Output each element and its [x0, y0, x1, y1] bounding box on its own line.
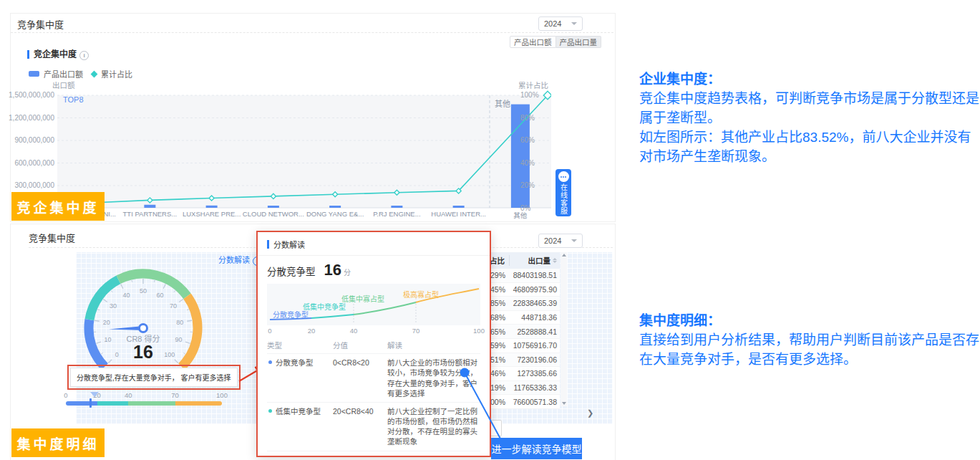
curve-x-tick: 70 — [412, 327, 420, 335]
score-note-annotation: 分散竞争型,存在大量竞争对手， 客户有更多选择 — [67, 365, 241, 390]
year-select-bottom[interactable]: 2024 — [538, 234, 583, 248]
badge-concentration-detail: 集中度明细 — [11, 428, 105, 457]
top8-region-label: TOP8 — [63, 95, 84, 104]
curve-zone-label: 低集中竞争型 — [303, 301, 346, 312]
annotation-title: 集中度明细： — [639, 311, 980, 330]
sort-icon[interactable] — [553, 258, 557, 263]
curve-x-tick: 40 — [350, 327, 358, 335]
linear-gauge-tick: 40 — [125, 391, 132, 399]
year-select-bottom-value: 2024 — [544, 236, 561, 245]
annotation-line: 直接给到用户分析结果，帮助用户判断目前该产品是否存在大量竞争对手，是否有更多选择… — [639, 330, 980, 369]
popup-score-type: 分散竞争型 — [267, 264, 316, 278]
type-bullet-icon — [268, 409, 272, 413]
x-axis-label: P.RJ ENGINE... — [366, 210, 427, 220]
curve-zone-label: 低集中寡占型 — [341, 293, 384, 304]
curve-x-tick: 0 — [268, 327, 271, 335]
score-curve-chart: 分散竞争型低集中竞争型低集中寡占型极高寡占型 — [267, 284, 480, 325]
section-header: 竞企集中度 — [27, 47, 89, 60]
annotation-concentration-detail: 集中度明细： 直接给到用户分析结果，帮助用户判断目前该产品是否存在大量竞争对手，… — [639, 311, 980, 369]
x-axis-label: TTI PARTNERS... — [119, 210, 180, 220]
legend-bar-series[interactable]: 产品出口额 — [29, 68, 83, 80]
popup-table: 类型 分值 解读 分散竞争型0<CR8<20前八大企业的市场份额相对较小，市场竞… — [267, 337, 480, 457]
legend-line-label: 累计占比 — [101, 68, 132, 80]
top-panel-title: 竞争集中度 — [17, 17, 64, 31]
popup-table-row: 分散竞争型0<CR8<20前八大企业的市场份额相对较小，市场竞争较为分散，存在大… — [267, 353, 480, 402]
x-axis-labels: LG ELECTRONI...TTI PARTNERS...LUXSHARE P… — [57, 210, 551, 220]
svg-text:80: 80 — [176, 319, 183, 326]
popup-table-body: 分散竞争型0<CR8<20前八大企业的市场份额相对较小，市场竞争较为分散，存在大… — [267, 353, 480, 457]
popup-accent-bar — [267, 240, 269, 249]
chevron-down-icon — [571, 22, 577, 25]
info-icon[interactable] — [79, 51, 89, 60]
section-accent-bar — [27, 50, 29, 59]
svg-text:20: 20 — [103, 319, 110, 326]
annotation-title: 企业集中度： — [639, 70, 980, 89]
linear-gauge-tick: 0 — [64, 391, 67, 399]
badge-competitor-concentration: 竞企集中度 — [11, 192, 105, 221]
page: 竞争集中度 2024 产品出口额 产品出口量 竞企集中度 产品出口额 累计占比 … — [0, 0, 980, 460]
combo-chart — [57, 86, 551, 211]
curve-x-tick: 100 — [473, 327, 485, 335]
customer-service-label: 在线客服 — [558, 183, 569, 215]
gauge-value: 16 — [104, 342, 183, 363]
legend-line-series[interactable]: 累计占比 — [92, 68, 132, 80]
metric-toggle: 产品出口额 产品出口量 — [510, 36, 601, 48]
scroll-down-icon[interactable] — [562, 402, 566, 405]
annotation-line: 如左图所示：其他产业占比83.52%，前八大企业并没有对市场产生垄断现象。 — [639, 128, 980, 166]
svg-text:50: 50 — [140, 287, 147, 294]
x-axis-label: LUXSHARE PRE... — [181, 210, 243, 220]
bar-swatch-icon — [29, 71, 39, 77]
curve-x-tick: 20 — [308, 327, 316, 335]
linear-gauge-tick: 70 — [171, 391, 179, 399]
scroll-up-icon[interactable] — [562, 254, 566, 257]
popup-table-row: 低集中竞争型20<CR8<40前八大企业控制了一定比例的市场份额，但市场仍然相对… — [267, 402, 480, 451]
x-axis-label: 其他 — [490, 210, 551, 220]
divider — [11, 32, 613, 33]
section-title: 竞企集中度 — [34, 49, 77, 59]
legend-bar-label: 产品出口额 — [44, 68, 83, 80]
export-amount-button[interactable]: 产品出口额 — [510, 36, 556, 48]
linear-gauge-tick: 100 — [216, 391, 228, 399]
popup-score-value: 16 — [324, 261, 341, 279]
type-bullet-icon — [268, 360, 272, 364]
popup-table-header: 类型 分值 解读 — [267, 337, 480, 353]
popup-col-range: 分值 — [333, 340, 387, 350]
popup-table-row: 低集中寡占型40<CR8<70前八大企业控制了相当比例的市场份额，市场集中度较高 — [267, 451, 480, 457]
tooltip-caret — [90, 392, 99, 397]
scroll-right-icon[interactable]: ❯ — [587, 408, 593, 418]
score-explain-link[interactable]: 分数解读 — [218, 254, 262, 266]
x-axis-label: DONG YANG E&... — [304, 210, 366, 220]
chat-bubble-icon — [558, 171, 569, 182]
svg-text:30: 30 — [110, 302, 117, 310]
customer-service-widget[interactable]: 在线客服 — [556, 169, 571, 216]
curve-zone-label: 极高寡占型 — [403, 289, 439, 300]
annotation-line: 竞企集中度趋势表格，可判断竞争市场是属于分散型还是属于垄断型。 — [639, 89, 980, 128]
svg-text:40: 40 — [122, 292, 130, 299]
curve-x-ticks: 0204070100 — [267, 325, 480, 336]
other-region-label: 其他 — [495, 97, 510, 109]
table-scrollbar[interactable] — [561, 252, 567, 406]
linear-gauge-marker[interactable] — [89, 398, 92, 408]
popup-score-unit: 分 — [344, 267, 351, 277]
x-axis-label: HUAWEI INTER... — [428, 210, 490, 220]
col-header-export-label: 出口量 — [528, 255, 551, 266]
year-select-top-value: 2024 — [544, 19, 561, 28]
export-qty-button[interactable]: 产品出口量 — [556, 36, 602, 48]
x-axis-label: CLOUD NETWOR... — [243, 210, 304, 220]
callout-connector — [457, 364, 514, 450]
score-explain-label: 分数解读 — [218, 256, 250, 264]
interpret-model-button[interactable]: 进一步解读竞争模型 — [491, 438, 582, 459]
annotation-enterprise-concentration: 企业集中度： 竞企集中度趋势表格，可判断竞争市场是属于分散型还是属于垄断型。 如… — [639, 70, 980, 166]
score-note-text: 分散竞争型,存在大量竞争对手， 客户有更多选择 — [70, 368, 238, 387]
year-select-top[interactable]: 2024 — [538, 16, 583, 31]
popup-header: 分数解读 — [258, 239, 490, 256]
chevron-down-icon — [571, 239, 577, 242]
svg-text:70: 70 — [170, 302, 177, 310]
linear-score-gauge: 0204070100 — [66, 391, 222, 411]
bottom-panel-title: 竞争集中度 — [29, 231, 75, 244]
popup-col-desc: 解读 — [387, 340, 480, 350]
diamond-swatch-icon — [91, 70, 98, 77]
score-explain-popup: 分数解读 分散竞争型 16 分 分散竞争型低集中竞争型低集中寡占型极高寡占型 0… — [256, 231, 491, 457]
popup-col-type: 类型 — [267, 340, 333, 350]
col-header-export[interactable]: 出口量 — [510, 255, 560, 266]
